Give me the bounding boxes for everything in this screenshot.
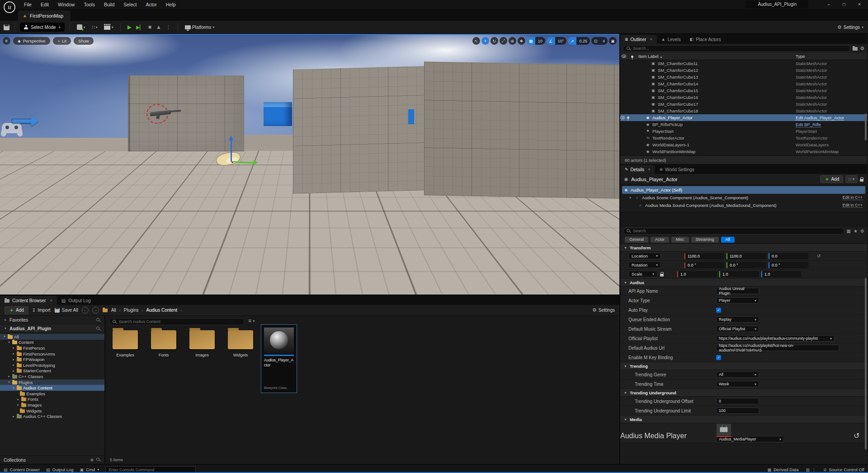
favorites-section[interactable]: ▸ Favorites <box>0 316 104 324</box>
close-icon[interactable]: × <box>650 37 652 42</box>
tree-item-fonts[interactable]: ▸Fonts <box>0 397 104 403</box>
world-space-button[interactable]: ⊕ <box>509 37 516 45</box>
derived-data-button[interactable]: ▦ Derived Data <box>767 467 798 472</box>
gizmo-y-axis[interactable] <box>233 161 254 164</box>
breadcrumb-current[interactable]: Audius Content <box>146 308 177 313</box>
outliner-row[interactable]: ⚑PlayerStartPlayerStart <box>620 128 867 135</box>
location-dropdown[interactable]: Location▾ <box>628 253 661 259</box>
menu-select[interactable]: Select <box>119 0 141 9</box>
close-icon[interactable]: × <box>648 167 650 172</box>
move-tool-button[interactable]: ＋ <box>481 37 489 45</box>
location-z-field[interactable]: 0.0 <box>769 253 808 259</box>
menu-edit[interactable]: Edit <box>37 0 53 9</box>
gizmo-z-axis[interactable] <box>231 140 232 162</box>
tree-item-audius-cpp-classes[interactable]: ▸Audius C++ Classes <box>0 413 104 419</box>
scale-dropdown[interactable]: Scale▾ <box>628 271 657 277</box>
breadcrumb-plugins[interactable]: Plugins <box>124 308 139 313</box>
play-options-icon[interactable]: ⋮ <box>166 24 171 30</box>
perspective-dropdown[interactable]: ◆Perspective <box>13 37 50 45</box>
reset-location-icon[interactable]: ↺ <box>817 253 821 258</box>
revision-control-icons[interactable]: ▥ ⋮ <box>806 468 816 472</box>
play-button[interactable]: ▶ <box>127 24 132 30</box>
outliner-row[interactable]: ◉BP_RiflePickUpEdit BP_Rifle <box>620 121 867 128</box>
menu-build[interactable]: Build <box>100 0 118 9</box>
filter-all[interactable]: All <box>721 237 735 243</box>
transform-gizmo[interactable] <box>212 136 262 172</box>
outliner-row[interactable]: ▣SM_ChamferCube15StaticMeshActor <box>620 87 867 94</box>
scale-tool-button[interactable]: ⤢ <box>500 37 507 45</box>
queue-ended-action-dropdown[interactable]: Replay▾ <box>716 316 759 323</box>
eject-button[interactable]: ▲ <box>156 24 161 30</box>
menu-window[interactable]: Window <box>54 0 79 9</box>
output-log-button[interactable]: ▤ Output Log <box>46 467 74 472</box>
search-icon[interactable] <box>96 318 101 322</box>
asset-search-box[interactable] <box>109 318 245 325</box>
menu-tools[interactable]: Tools <box>80 0 99 9</box>
blueprints-dropdown[interactable]: ∷▾ <box>90 24 99 30</box>
details-search-input[interactable] <box>633 229 840 233</box>
select-tool-button[interactable]: ↖ <box>472 37 480 45</box>
outliner-row[interactable]: ▣SM_ChamferCube13StaticMeshActor <box>620 74 867 80</box>
grid-snap-control[interactable]: ▦ 10 <box>527 37 545 45</box>
edit-in-cpp-link[interactable]: Edit in C++ <box>842 203 863 208</box>
tree-item-plugins[interactable]: ▾Plugins <box>0 379 104 385</box>
lock-icon[interactable] <box>860 179 863 182</box>
auto-play-checkbox[interactable]: ✓ <box>716 308 721 313</box>
viewport-3d[interactable]: z ≡ ◆Perspective ◑Lit Show ↖ ＋ ↻ ⤢ ⊕ ❖ <box>0 34 619 295</box>
minimize-button[interactable]: – <box>823 0 835 8</box>
tab-content-browser[interactable]: Content Browser × <box>0 296 57 305</box>
add-actor-dropdown[interactable]: ▾ <box>75 24 87 30</box>
component-self[interactable]: ◉ Audius_Player_Actor (Self) <box>622 186 865 194</box>
lit-dropdown[interactable]: ◑Lit <box>53 37 71 45</box>
details-scrollbar[interactable] <box>865 278 867 450</box>
cinematics-dropdown[interactable]: ▾ <box>102 24 115 30</box>
edit-blueprint-link[interactable]: Edit BP_Rifle <box>796 122 821 127</box>
details-settings-icon[interactable]: ⚙ <box>860 229 864 234</box>
filter-dropdown[interactable]: ≣▾ <box>248 318 255 323</box>
tree-item-firstpersonarms[interactable]: ▸FirstPersonArms <box>0 351 104 357</box>
edit-actor-link[interactable]: Edit Audius_Player_Actor <box>796 115 844 121</box>
outliner-row[interactable]: ▣SM_ChamferCube16StaticMeshActor <box>620 94 867 101</box>
section-trending-underground[interactable]: ▼Trending Underground <box>620 389 867 397</box>
outliner-row[interactable]: ▣SM_ChamferCube17StaticMeshActor <box>620 101 867 108</box>
content-drawer-button[interactable]: ▤ Content Drawer <box>4 467 40 472</box>
tab-place-actors[interactable]: ◧ Place Actors <box>685 35 726 44</box>
section-media[interactable]: ▼Media <box>620 416 867 423</box>
add-collection-icon[interactable]: ⊕ <box>90 458 94 462</box>
scale-z-field[interactable]: 1.0 <box>761 271 801 277</box>
rotation-x-field[interactable]: 0.0 ° <box>684 262 724 268</box>
section-transform[interactable]: ▼Transform <box>620 244 867 252</box>
tree-item-cpp-classes[interactable]: ▸C++ Classes <box>0 374 104 379</box>
official-playlist-dropdown[interactable]: https://audius.co/Audius/playlist/audius… <box>716 335 835 342</box>
close-icon[interactable]: × <box>50 298 52 303</box>
filter-streaming[interactable]: Streaming <box>691 237 719 243</box>
asset-search-input[interactable] <box>119 319 241 324</box>
tree-item-fpweapon[interactable]: ▸FPWeapon <box>0 356 104 362</box>
filter-general[interactable]: General <box>625 237 648 243</box>
maximize-button[interactable]: □ <box>838 0 850 8</box>
tree-item-audius-content[interactable]: ▾Audius Content <box>0 385 104 391</box>
location-y-field[interactable]: 1100.0 <box>726 253 766 259</box>
asset-view[interactable]: ≣▾ Examples Fonts Images <box>105 316 619 464</box>
save-icon[interactable] <box>4 24 9 30</box>
location-x-field[interactable]: 1100.0 <box>684 253 724 259</box>
tree-item-levelprototyping[interactable]: ▸LevelPrototyping <box>0 362 104 368</box>
scale-y-field[interactable]: 1.0 <box>719 271 759 277</box>
outliner-row[interactable]: TtTextRenderActorTextRenderActor <box>620 135 867 141</box>
forward-button[interactable]: → <box>92 307 99 314</box>
menu-file[interactable]: File <box>20 0 36 9</box>
component-media-sound[interactable]: ♪ Audius Media Sound Component (Audius_M… <box>622 201 865 209</box>
select-mode-dropdown[interactable]: Select Mode ▾ <box>20 23 65 32</box>
menu-actor[interactable]: Actor <box>142 0 161 9</box>
outliner-row[interactable]: ◉WorldPartitionMiniMapWorldPartitionMini… <box>620 148 867 155</box>
add-component-button[interactable]: ＋ Add <box>820 175 843 183</box>
tab-world-settings[interactable]: ⊚ World Settings <box>655 165 698 174</box>
trending-genre-dropdown[interactable]: All▾ <box>716 371 759 378</box>
tree-item-widgets[interactable]: Widgets <box>0 408 104 414</box>
media-player-thumbnail[interactable] <box>716 423 731 436</box>
folder-tile-examples[interactable]: Examples <box>107 330 143 357</box>
display-options-icon[interactable]: ▦ <box>847 229 851 234</box>
maximize-viewport-button[interactable]: ▣ <box>609 37 617 45</box>
cmd-dropdown[interactable]: ▣ Cmd ▾ <box>80 467 99 472</box>
tree-item-firstperson[interactable]: ▸FirstPerson <box>0 345 104 351</box>
